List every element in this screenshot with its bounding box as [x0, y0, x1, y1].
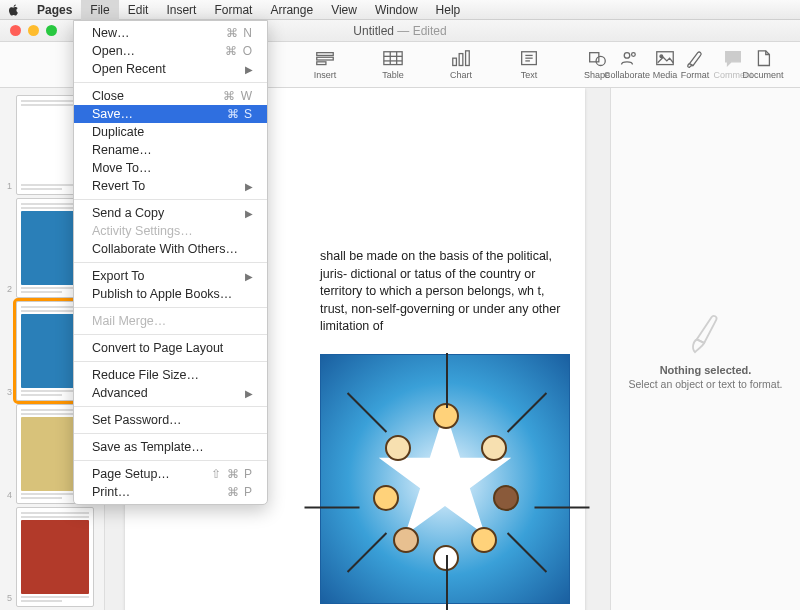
- shortcut: ⌘ W: [223, 89, 253, 103]
- menu-item-send-a-copy[interactable]: Send a Copy▶: [74, 204, 267, 222]
- menu-item-reduce-file-size[interactable]: Reduce File Size…: [74, 366, 267, 384]
- menu-item-duplicate[interactable]: Duplicate: [74, 123, 267, 141]
- menu-item-new[interactable]: New…⌘ N: [74, 24, 267, 42]
- menu-item-convert-to-page-layout[interactable]: Convert to Page Layout: [74, 339, 267, 357]
- svg-rect-1: [317, 58, 333, 61]
- menu-edit[interactable]: Edit: [119, 0, 158, 20]
- menu-item-open-recent[interactable]: Open Recent▶: [74, 60, 267, 78]
- svg-rect-3: [384, 52, 402, 65]
- format-inspector: Nothing selected. Select an object or te…: [610, 88, 800, 610]
- chevron-right-icon: ▶: [245, 271, 253, 282]
- page-thumbnail[interactable]: 5: [0, 507, 104, 607]
- menu-item-rename[interactable]: Rename…: [74, 141, 267, 159]
- table-icon: [382, 50, 404, 68]
- menu-item-mail-merge: Mail Merge…: [74, 312, 267, 330]
- menu-separator: [74, 460, 267, 461]
- page-number: 4: [0, 490, 14, 504]
- insert-button[interactable]: Insert: [300, 50, 350, 80]
- menu-item-open[interactable]: Open…⌘ O: [74, 42, 267, 60]
- format-button[interactable]: Format: [670, 50, 720, 80]
- menu-insert[interactable]: Insert: [157, 0, 205, 20]
- menu-window[interactable]: Window: [366, 0, 427, 20]
- svg-point-19: [624, 53, 629, 58]
- svg-rect-8: [453, 59, 457, 66]
- collaborate-icon: [616, 50, 638, 68]
- shortcut: ⌘ S: [227, 107, 253, 121]
- body-text[interactable]: shall be made on the basis of the politi…: [320, 248, 569, 336]
- menu-help[interactable]: Help: [427, 0, 470, 20]
- shortcut: ⌘ P: [227, 485, 253, 499]
- menu-separator: [74, 199, 267, 200]
- menu-item-collaborate-with-others[interactable]: Collaborate With Others…: [74, 240, 267, 258]
- menu-item-export-to[interactable]: Export To▶: [74, 267, 267, 285]
- apple-logo-icon: [8, 4, 20, 16]
- svg-rect-2: [317, 62, 326, 65]
- chevron-right-icon: ▶: [245, 181, 253, 192]
- svg-rect-10: [466, 51, 470, 66]
- menu-separator: [74, 433, 267, 434]
- page-number: 3: [0, 387, 14, 401]
- app-menu[interactable]: Pages: [28, 0, 81, 20]
- table-button[interactable]: Table: [368, 50, 418, 80]
- menu-separator: [74, 406, 267, 407]
- text-button[interactable]: Text: [504, 50, 554, 80]
- menu-item-print[interactable]: Print…⌘ P: [74, 483, 267, 501]
- insert-icon: [314, 50, 336, 68]
- inspector-subtitle: Select an object or text to format.: [628, 378, 782, 390]
- menu-separator: [74, 307, 267, 308]
- menu-format[interactable]: Format: [205, 0, 261, 20]
- format-icon: [684, 50, 706, 68]
- menu-item-advanced[interactable]: Advanced▶: [74, 384, 267, 402]
- format-brush-icon: [684, 308, 728, 358]
- chart-icon: [450, 50, 472, 68]
- menu-arrange[interactable]: Arrange: [261, 0, 322, 20]
- apple-menu[interactable]: [0, 4, 28, 16]
- menu-separator: [74, 262, 267, 263]
- document-icon: [752, 50, 774, 68]
- menu-view[interactable]: View: [322, 0, 366, 20]
- page-number: 1: [0, 181, 14, 195]
- menu-item-set-password[interactable]: Set Password…: [74, 411, 267, 429]
- document-image[interactable]: [320, 354, 570, 604]
- page-number: 2: [0, 284, 14, 298]
- chart-button[interactable]: Chart: [436, 50, 486, 80]
- menu-item-revert-to[interactable]: Revert To▶: [74, 177, 267, 195]
- chevron-right-icon: ▶: [245, 388, 253, 399]
- menu-file[interactable]: File: [81, 0, 118, 20]
- shortcut: ⇧ ⌘ P: [211, 467, 253, 481]
- page-number: 5: [0, 593, 14, 607]
- shortcut: ⌘ N: [226, 26, 253, 40]
- menu-item-close[interactable]: Close⌘ W: [74, 87, 267, 105]
- collaborate-button[interactable]: Collaborate: [602, 50, 652, 80]
- file-menu-dropdown: New…⌘ NOpen…⌘ OOpen Recent▶Close⌘ WSave……: [73, 20, 268, 505]
- menu-separator: [74, 82, 267, 83]
- menu-item-publish-to-apple-books[interactable]: Publish to Apple Books…: [74, 285, 267, 303]
- menu-separator: [74, 334, 267, 335]
- menu-separator: [74, 361, 267, 362]
- menu-item-save[interactable]: Save…⌘ S: [74, 105, 267, 123]
- inspector-title: Nothing selected.: [660, 364, 752, 376]
- chevron-right-icon: ▶: [245, 64, 253, 75]
- document-button[interactable]: Document: [738, 50, 788, 80]
- chevron-right-icon: ▶: [245, 208, 253, 219]
- svg-point-20: [632, 53, 636, 57]
- menu-bar: Pages FileEditInsertFormatArrangeViewWin…: [0, 0, 800, 20]
- menu-item-save-as-template[interactable]: Save as Template…: [74, 438, 267, 456]
- svg-rect-9: [459, 54, 463, 66]
- menu-item-move-to[interactable]: Move To…: [74, 159, 267, 177]
- text-icon: [518, 50, 540, 68]
- svg-rect-0: [317, 53, 333, 56]
- shortcut: ⌘ O: [225, 44, 253, 58]
- menu-item-page-setup[interactable]: Page Setup…⇧ ⌘ P: [74, 465, 267, 483]
- menu-item-activity-settings: Activity Settings…: [74, 222, 267, 240]
